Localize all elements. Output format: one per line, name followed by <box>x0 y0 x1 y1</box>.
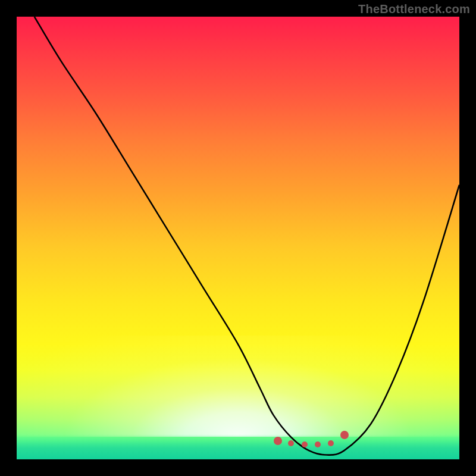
watermark-text: TheBottleneck.com <box>358 2 470 16</box>
optimal-dot <box>328 440 334 446</box>
optimal-dot <box>302 441 308 447</box>
optimal-dot <box>288 440 294 446</box>
chart-frame: TheBottleneck.com <box>0 0 476 476</box>
optimal-dot <box>340 431 349 439</box>
optimal-dots-layer <box>17 17 459 459</box>
plot-area <box>17 17 459 459</box>
optimal-dot <box>315 441 321 447</box>
optimal-dot <box>274 437 282 445</box>
